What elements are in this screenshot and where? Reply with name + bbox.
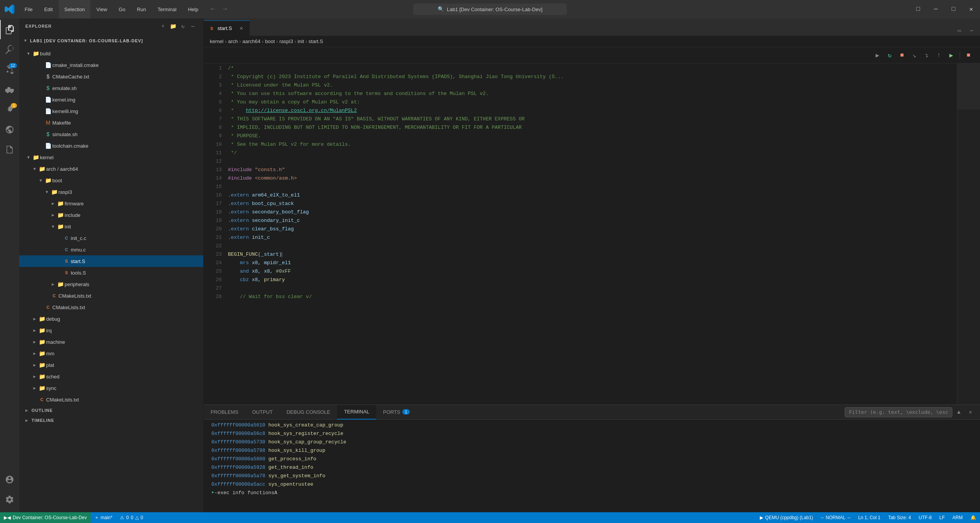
run-button[interactable]: ▶ xyxy=(872,50,883,61)
menu-help[interactable]: Help xyxy=(183,0,204,18)
status-errors[interactable]: ⚠ 0 0 △ 0 xyxy=(116,512,147,523)
file-emulate-sh[interactable]: $ emulate.sh xyxy=(19,82,203,94)
folder-peripherals[interactable]: ► 📁 peripherals xyxy=(19,278,203,290)
file-toolchain-cmake[interactable]: 📄 toolchain.cmake xyxy=(19,140,203,152)
title-search[interactable]: 🔍 Lab1 [Dev Container: OS-Course-Lab-Dev… xyxy=(413,3,567,15)
nav-back[interactable]: ← xyxy=(208,4,218,15)
maximize-button[interactable]: □ xyxy=(945,0,962,18)
menu-terminal[interactable]: Terminal xyxy=(152,0,182,18)
file-cmake-install[interactable]: 📄 cmake_install.cmake xyxy=(19,59,203,71)
breadcrumb-start-s[interactable]: start.S xyxy=(309,38,323,44)
breadcrumb-aarch64[interactable]: aarch64 xyxy=(243,38,261,44)
activity-explorer[interactable] xyxy=(0,20,19,39)
menu-run[interactable]: Run xyxy=(131,0,151,18)
status-remote[interactable]: ▶◀ Dev Container: OS-Course-Lab-Dev xyxy=(0,512,91,523)
folder-machine[interactable]: ► 📁 machine xyxy=(19,336,203,348)
new-folder-button[interactable]: 📁 xyxy=(169,22,177,30)
tab-start-s[interactable]: S start.S ✕ xyxy=(204,20,250,36)
continue-button[interactable]: ▶ xyxy=(946,50,957,61)
minimize-button[interactable]: ― xyxy=(927,0,945,18)
file-cmakelists-arch[interactable]: C CMakeLists.txt xyxy=(19,290,203,301)
menu-edit[interactable]: Edit xyxy=(39,0,58,18)
folder-firmware[interactable]: ► 📁 firmware xyxy=(19,198,203,209)
close-button[interactable]: ✕ xyxy=(962,0,980,18)
folder-raspi3[interactable]: ▼ 📁 raspi3 xyxy=(19,186,203,198)
folder-sync[interactable]: ► 📁 sync xyxy=(19,382,203,394)
folder-irq[interactable]: ► 📁 irq xyxy=(19,325,203,336)
activity-account[interactable] xyxy=(0,470,19,489)
file-cmakelists-root[interactable]: C CMakeLists.txt xyxy=(19,394,203,405)
panel-close-button[interactable]: ✕ xyxy=(965,407,975,417)
breadcrumb-raspi3[interactable]: raspi3 xyxy=(279,38,293,44)
menu-view[interactable]: View xyxy=(91,0,113,18)
folder-build[interactable]: ▼ 📁 build xyxy=(19,48,203,59)
disconnect-button[interactable]: ■ xyxy=(963,50,974,61)
step-out-button[interactable]: ↑ xyxy=(933,50,944,61)
file-makefile[interactable]: M Makefile xyxy=(19,117,203,128)
activity-settings[interactable] xyxy=(0,490,19,509)
status-line-ending[interactable]: LF xyxy=(935,515,948,520)
code-content[interactable]: /* * Copyright (c) 2023 Institute of Par… xyxy=(225,63,957,405)
activity-source-control[interactable]: 12 xyxy=(0,60,19,79)
tab-problems[interactable]: PROBLEMS xyxy=(204,405,245,420)
breadcrumb-boot[interactable]: boot xyxy=(265,38,275,44)
file-simulate-sh[interactable]: $ simulate.sh xyxy=(19,128,203,140)
tab-debug-console[interactable]: DEBUG CONSOLE xyxy=(280,405,337,420)
tab-close-start-s[interactable]: ✕ xyxy=(238,25,245,32)
activity-test[interactable] xyxy=(0,140,19,159)
folder-plat[interactable]: ► 📁 plat xyxy=(19,359,203,371)
code-editor[interactable]: 12345 678910 1112131415 1617181920 21222… xyxy=(204,63,980,405)
file-tools-s[interactable]: S tools.S xyxy=(19,267,203,278)
restart-button[interactable]: ↻ xyxy=(884,50,895,61)
refresh-button[interactable]: ↻ xyxy=(179,22,187,30)
menu-go[interactable]: Go xyxy=(113,0,131,18)
file-mmu-c[interactable]: C mmu.c xyxy=(19,244,203,255)
breadcrumb-kernel[interactable]: kernel xyxy=(210,38,223,44)
menu-selection[interactable]: Selection xyxy=(59,0,90,18)
status-debug[interactable]: ▶ QEMU (cppdbg) (Lab1) xyxy=(756,515,817,520)
restore-button[interactable]: □ xyxy=(909,0,927,18)
tab-output[interactable]: OUTPUT xyxy=(245,405,279,420)
menu-file[interactable]: File xyxy=(19,0,38,18)
activity-remote[interactable] xyxy=(0,120,19,139)
activity-extensions[interactable]: 1 xyxy=(0,100,19,119)
file-cmakelists-kernel[interactable]: C CMakeLists.txt xyxy=(19,301,203,313)
file-kernel-img[interactable]: 📄 kernel.img xyxy=(19,94,203,105)
folder-arch-aarch64[interactable]: ▼ 📁 arch / aarch64 xyxy=(19,163,203,175)
status-position[interactable]: Ln 1, Col 1 xyxy=(854,515,884,520)
step-over-button[interactable]: ↘ xyxy=(909,50,920,61)
status-notifications[interactable]: 🔔 xyxy=(967,515,980,520)
folder-debug[interactable]: ► 📁 debug xyxy=(19,313,203,325)
step-into-button[interactable]: ↴ xyxy=(921,50,932,61)
folder-kernel[interactable]: ▼ 📁 kernel xyxy=(19,152,203,163)
status-mode[interactable]: -- NORMAL -- xyxy=(817,515,854,520)
file-start-s[interactable]: S start.S xyxy=(19,255,203,267)
activity-run-debug[interactable] xyxy=(0,80,19,99)
activity-search[interactable] xyxy=(0,40,19,59)
tab-ports[interactable]: PORTS 1 xyxy=(376,405,417,420)
folder-boot[interactable]: ▼ 📁 boot xyxy=(19,175,203,186)
status-branch[interactable]: ⚬ main* xyxy=(91,512,116,523)
split-editor-button[interactable]: ▭ xyxy=(954,25,965,36)
file-cmakecache[interactable]: $ CMakeCache.txt xyxy=(19,71,203,82)
folder-mm[interactable]: ► 📁 mm xyxy=(19,348,203,359)
breadcrumb-init[interactable]: init xyxy=(297,38,304,44)
status-language[interactable]: ARM xyxy=(948,515,967,520)
more-actions-button[interactable]: ⋯ xyxy=(189,22,197,30)
more-tabs-button[interactable]: ⋯ xyxy=(966,25,977,36)
folder-sched[interactable]: ► 📁 sched xyxy=(19,371,203,382)
new-file-button[interactable]: + xyxy=(159,22,167,30)
panel-filter-input[interactable] xyxy=(845,407,952,417)
tab-terminal[interactable]: TERMINAL xyxy=(337,405,376,420)
panel-max-button[interactable]: ▲ xyxy=(954,407,964,417)
file-init-c[interactable]: C init_c.c xyxy=(19,232,203,244)
workspace-root[interactable]: ▼ LAB1 [DEV CONTAINER: OS-COURSE-LAB-DEV… xyxy=(19,34,203,48)
breadcrumb-arch[interactable]: arch xyxy=(228,38,238,44)
folder-init[interactable]: ▼ 📁 init xyxy=(19,221,203,232)
nav-forward[interactable]: → xyxy=(220,4,231,15)
folder-include[interactable]: ► 📁 include xyxy=(19,209,203,221)
timeline-section[interactable]: ► TIMELINE xyxy=(19,415,203,425)
outline-section[interactable]: ► OUTLINE xyxy=(19,405,203,415)
status-encoding[interactable]: UTF-8 xyxy=(915,515,935,520)
file-kernel8-img[interactable]: 📄 kernel8.img xyxy=(19,105,203,117)
